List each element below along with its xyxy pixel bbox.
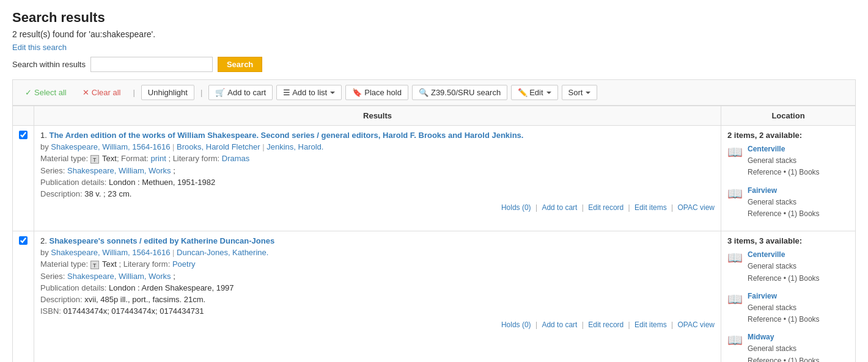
desc-label: Description:: [40, 295, 84, 304]
place-hold-button[interactable]: 🔖 Place hold: [345, 85, 408, 100]
select-all-button[interactable]: ✓ Select all: [19, 85, 73, 100]
action-link-2[interactable]: Edit record: [588, 203, 623, 212]
material-type-line: Material type: T Text ; Literary form: P…: [40, 259, 715, 269]
series-line: Series: Shakespeare, William, Works ;: [40, 166, 715, 175]
material-type-value: Text: [100, 154, 117, 163]
bookmark-icon: 🔖: [352, 88, 362, 97]
table-row: 2. Shakespeare's sonnets / edited by Kat…: [13, 231, 856, 362]
action-links: Holds (0) | Add to cart | Edit record | …: [40, 320, 715, 329]
action-link-1[interactable]: Add to cart: [542, 320, 577, 329]
location-stacks: General stacks: [748, 302, 820, 314]
checkbox-cell: [13, 126, 34, 231]
location-stacks: General stacks: [748, 197, 820, 208]
location-details: FairviewGeneral stacksReference • (1) Bo…: [748, 291, 820, 326]
action-link-0[interactable]: Holds (0): [501, 320, 531, 329]
result-number: 1.: [40, 131, 49, 140]
clear-all-label: Clear all: [92, 88, 121, 97]
toolbar-separator-2: |: [200, 88, 202, 97]
author-link-0[interactable]: Shakespeare, William, 1564-1616: [51, 248, 170, 257]
location-details: MidwayGeneral stacksReference • (1) Book…: [748, 331, 820, 362]
location-name: Centerville: [748, 143, 820, 155]
action-link-4[interactable]: OPAC view: [678, 320, 715, 329]
series-link[interactable]: Shakespeare, William, Works: [67, 272, 171, 281]
location-item: 📖MidwayGeneral stacksReference • (1) Boo…: [727, 331, 849, 362]
action-link-2[interactable]: Edit record: [588, 320, 623, 329]
action-separator: |: [626, 203, 632, 212]
z3950-label: Z39.50/SRU search: [431, 88, 501, 97]
result-title-link[interactable]: The Arden edition of the works of Willia…: [49, 131, 523, 140]
description-line: Description: xvii, 485p ill., port., fac…: [40, 295, 715, 304]
action-link-4[interactable]: OPAC view: [678, 203, 715, 212]
desc-value: 38 v. ; 23 cm.: [84, 189, 131, 198]
location-ref: Reference • (1) Books: [748, 314, 820, 325]
location-name: Centerville: [748, 249, 820, 261]
search-within-button[interactable]: Search: [218, 57, 262, 72]
result-checkbox-1[interactable]: [19, 131, 28, 139]
toolbar-separator-1: |: [133, 88, 134, 97]
material-type-label: Material type:: [40, 259, 90, 269]
results-summary: 2 result(s) found for 'au:shakespeare'.: [12, 29, 856, 39]
literary-form-value: Poetry: [172, 259, 196, 269]
list-icon: ☰: [283, 88, 290, 97]
edit-label: Edit: [529, 88, 543, 97]
edit-button[interactable]: ✏️ Edit: [511, 85, 557, 100]
result-checkbox-2[interactable]: [19, 236, 28, 245]
action-separator: |: [579, 203, 586, 212]
author-link-0[interactable]: Shakespeare, William, 1564-1616: [51, 142, 170, 151]
result-content-cell: 1. The Arden edition of the works of Wil…: [34, 126, 721, 231]
series-label: Series:: [40, 272, 67, 281]
pub-value: London : Arden Shakespeare, 1997: [109, 283, 234, 292]
pub-label: Publication details:: [40, 283, 109, 292]
desc-value: xvii, 485p ill., port., facsims. 21cm.: [84, 295, 205, 304]
action-link-3[interactable]: Edit items: [634, 203, 667, 212]
table-row: 1. The Arden edition of the works of Wil…: [13, 126, 856, 231]
clear-all-button[interactable]: ✕ Clear all: [76, 85, 127, 100]
series-link[interactable]: Shakespeare, William, Works: [67, 166, 171, 175]
unhighlight-button[interactable]: Unhighlight: [141, 85, 194, 100]
isbn-line: ISBN: 017443474x; 017443474x; 0174434731: [40, 306, 715, 316]
add-to-list-caret-icon: [330, 92, 335, 94]
description-line: Description: 38 v. ; 23 cm.: [40, 189, 715, 198]
action-link-1[interactable]: Add to cart: [542, 203, 577, 212]
sort-button[interactable]: Sort: [562, 85, 598, 100]
series-label: Series:: [40, 166, 67, 175]
select-all-label: Select all: [34, 88, 67, 97]
add-to-list-button[interactable]: ☰ Add to list: [276, 85, 342, 100]
material-type-value: Text: [100, 259, 117, 269]
x-icon: ✕: [83, 88, 89, 97]
action-separator: |: [626, 320, 632, 329]
author-separator: |: [260, 142, 267, 151]
search-within-input[interactable]: [90, 57, 213, 72]
location-header: 2 items, 2 available:: [727, 131, 849, 140]
literary-form-value: Dramas: [222, 154, 250, 163]
publication-line: Publication details: London : Arden Shak…: [40, 283, 715, 292]
author-separator: |: [170, 248, 177, 257]
action-link-3[interactable]: Edit items: [634, 320, 667, 329]
isbn-label: ISBN:: [40, 306, 64, 316]
author-link-1[interactable]: Duncan-Jones, Katherine.: [177, 248, 268, 257]
book-icon: 📖: [727, 186, 743, 201]
results-toolbar: ✓ Select all ✕ Clear all | Unhighlight |…: [12, 79, 856, 106]
action-separator: |: [579, 320, 586, 329]
author-link-1[interactable]: Brooks, Harold Fletcher: [177, 142, 260, 151]
search-icon: 🔍: [419, 88, 428, 97]
action-link-0[interactable]: Holds (0): [501, 203, 531, 212]
th-checkbox: [13, 106, 34, 126]
format-link[interactable]: print: [151, 154, 166, 163]
add-to-cart-button[interactable]: 🛒 Add to cart: [208, 85, 273, 100]
location-ref: Reference • (1) Books: [748, 167, 820, 178]
location-details: CentervilleGeneral stacksReference • (1)…: [748, 143, 820, 179]
author-separator: |: [170, 142, 177, 151]
author-link-2[interactable]: Jenkins, Harold.: [267, 142, 323, 151]
location-ref: Reference • (1) Books: [748, 355, 820, 362]
action-separator: |: [669, 203, 675, 212]
material-type-line: Material type: T Text; Format: print ; L…: [40, 154, 715, 164]
location-stacks: General stacks: [748, 343, 820, 355]
pub-label: Publication details:: [40, 178, 109, 187]
checkbox-cell: [13, 231, 34, 362]
edit-search-link[interactable]: Edit this search: [12, 43, 67, 52]
result-title-link[interactable]: Shakespeare's sonnets / edited by Kather…: [49, 236, 274, 245]
z3950-search-button[interactable]: 🔍 Z39.50/SRU search: [412, 85, 507, 100]
add-to-cart-label: Add to cart: [227, 88, 266, 97]
desc-label: Description:: [40, 189, 84, 198]
